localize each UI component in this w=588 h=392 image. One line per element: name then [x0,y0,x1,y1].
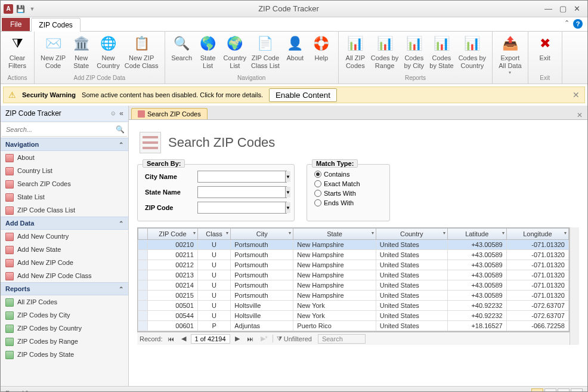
export-all-button[interactable]: 📤Export All Data▾ [496,33,524,77]
table-row[interactable]: 00501UHoltsvilleNew YorkUnited States+40… [138,301,569,311]
sort-icon[interactable]: ▾ [372,230,374,236]
cell[interactable]: -071.01320 [506,280,568,291]
match-type-option[interactable]: Exact Match [314,180,382,187]
new-country-button[interactable]: 🌐New Country [94,33,122,75]
match-type-option[interactable]: Ends With [314,199,382,206]
zip-input[interactable] [198,202,285,213]
row-selector-header[interactable] [138,229,148,240]
cell[interactable]: +43.00589 [447,291,506,301]
design-view-button[interactable]: ◫ [571,388,583,393]
table-row[interactable]: 00213UPortsmouthNew HampshireUnited Stat… [138,270,569,280]
cell[interactable]: United States [376,311,447,321]
column-header[interactable]: ZIP Code▾ [148,229,198,240]
cell[interactable]: +18.16527 [447,321,506,331]
datasheet-view-button[interactable]: ▤ [544,388,556,393]
nav-item[interactable]: Country List [1,164,128,177]
cell[interactable]: Portsmouth [231,240,293,250]
row-selector[interactable] [138,270,148,280]
cell[interactable]: -071.01320 [506,260,568,270]
nav-item[interactable]: ZIP Codes by Country [1,322,128,335]
cell[interactable]: U [197,291,230,301]
cell[interactable]: -066.72258 [506,321,568,331]
cell[interactable]: Holtsville [231,301,293,311]
nav-item[interactable]: All ZIP Codes [1,295,128,308]
country-list-button[interactable]: 🌍Country List [221,33,249,75]
row-selector[interactable] [138,260,148,270]
cell[interactable]: 00215 [148,291,198,301]
city-input[interactable] [198,171,285,182]
navpane-dropdown-icon[interactable]: ⊙ [111,110,116,116]
sort-icon[interactable]: ▾ [443,230,445,236]
cell[interactable]: New Hampshire [293,250,376,260]
new-zip-class-button[interactable]: 📋New ZIP Code Class [122,33,161,75]
codes-by-state-button[interactable]: 📊Codes by State [427,33,456,75]
chevron-up-icon[interactable]: ⌃ [119,220,123,227]
maximize-button[interactable]: ▢ [559,4,567,13]
cell[interactable]: U [197,250,230,260]
cell[interactable]: Portsmouth [231,291,293,301]
nav-section-add-data[interactable]: Add Data ⌃ [1,217,128,230]
nav-item[interactable]: Add New ZIP Code Class [1,269,128,282]
table-row[interactable]: 00214UPortsmouthNew HampshireUnited Stat… [138,280,569,291]
navpane-search-input[interactable] [4,125,114,134]
cell[interactable]: -071.01320 [506,250,568,260]
row-selector[interactable] [138,301,148,311]
cell[interactable]: New Hampshire [293,270,376,280]
cell[interactable]: New Hampshire [293,280,376,291]
nav-item[interactable]: Add New Country [1,230,128,243]
cell[interactable]: +43.00589 [447,280,506,291]
column-header[interactable]: Country▾ [376,229,447,240]
class-list-button[interactable]: 📄ZIP Code Class List [249,33,282,75]
table-row[interactable]: 00210UPortsmouthNew HampshireUnited Stat… [138,240,569,250]
chevron-down-icon[interactable]: ▼ [285,187,290,197]
cell[interactable]: +40.92232 [447,311,506,321]
column-header[interactable]: City▾ [231,229,293,240]
cell[interactable]: +43.00589 [447,260,506,270]
table-row[interactable]: 00544UHoltsvilleNew YorkUnited States+40… [138,311,569,321]
cell[interactable]: +43.00589 [447,270,506,280]
nav-section-reports[interactable]: Reports ⌃ [1,282,128,295]
cell[interactable]: U [197,280,230,291]
cell[interactable]: United States [376,260,447,270]
cell[interactable]: +43.00589 [447,250,506,260]
column-header[interactable]: State▾ [293,229,376,240]
layout-view-button[interactable]: ▥ [558,388,570,393]
cell[interactable]: New Hampshire [293,240,376,250]
cell[interactable]: United States [376,250,447,260]
form-view-button[interactable]: ▦ [531,388,543,393]
navpane-header[interactable]: ZIP Code Tracker ⊙ « [1,106,128,122]
zipcodes-tab[interactable]: ZIP Codes [31,18,80,32]
cell[interactable]: 00213 [148,270,198,280]
cell[interactable]: U [197,240,230,250]
qat-dropdown-icon[interactable]: ▼ [27,4,38,14]
cell[interactable]: United States [376,280,447,291]
sort-icon[interactable]: ▾ [289,230,291,236]
vertical-scrollbar[interactable] [570,227,579,345]
row-selector[interactable] [138,321,148,331]
sort-icon[interactable]: ▾ [193,230,196,236]
row-selector[interactable] [138,280,148,291]
cell[interactable]: 00212 [148,260,198,270]
sort-icon[interactable]: ▾ [564,230,567,236]
cell[interactable]: U [197,260,230,270]
cell[interactable]: Puerto Rico [293,321,376,331]
ribbon-minimize-icon[interactable]: ⌃ [564,19,570,29]
cell[interactable]: -072.63707 [506,301,568,311]
cell[interactable]: Portsmouth [231,260,293,270]
cell[interactable]: -072.63707 [506,311,568,321]
row-selector[interactable] [138,291,148,301]
row-selector[interactable] [138,250,148,260]
all-zip-report-button[interactable]: 📊All ZIP Codes [342,33,369,75]
save-icon[interactable]: 💾 [15,4,26,14]
new-zip-button[interactable]: ✉️New ZIP Code [38,33,68,75]
security-warning-text[interactable]: Some active content has been disabled. C… [82,91,263,98]
nav-item[interactable]: ZIP Code Class List [1,203,128,217]
recnav-next-button[interactable]: ▶ [233,335,242,342]
cell[interactable]: 00211 [148,250,198,260]
search-icon[interactable]: 🔍 [114,125,125,134]
city-combo[interactable]: ▼ [197,171,287,183]
recnav-filter[interactable]: ⧩Unfiltered [273,335,315,342]
recnav-new-button[interactable]: ▶* [258,335,270,342]
chevron-up-icon[interactable]: ⌃ [119,286,123,292]
cell[interactable]: United States [376,291,447,301]
